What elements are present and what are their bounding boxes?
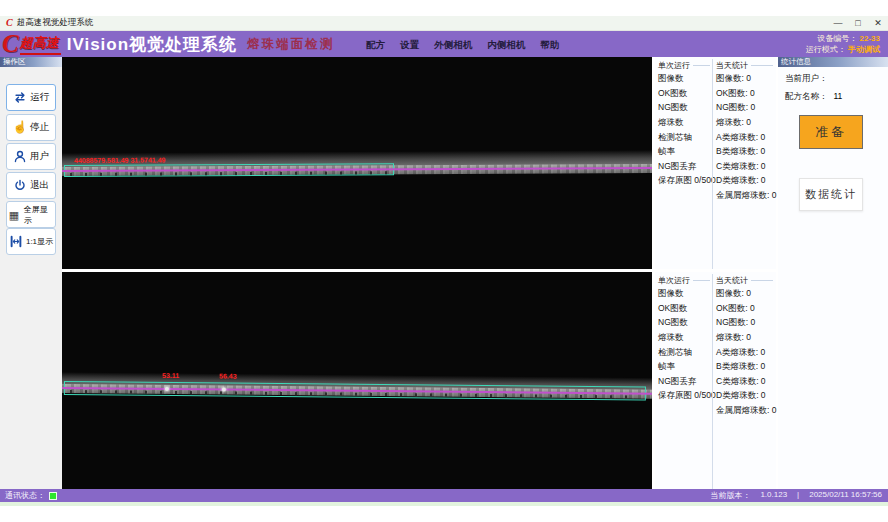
single-run-header: 单次运行: [658, 60, 690, 71]
stat-value: OK图数: 0: [716, 302, 775, 317]
user-icon: [13, 149, 27, 164]
page-title: IVision视觉处理系统: [67, 33, 237, 56]
comm-status-indicator: [49, 492, 57, 500]
fullscreen-button-label: 全屏显示: [24, 204, 55, 226]
stat-label: 图像数: [658, 287, 712, 302]
current-user-label: 当前用户：: [785, 73, 828, 83]
brand-logo-text: 超高速: [20, 34, 61, 55]
menu-item-outer-camera[interactable]: 外侧相机: [434, 39, 472, 52]
stop-button-label: 停止: [30, 121, 49, 134]
stat-value: D类熔珠数: 0: [716, 174, 775, 189]
stat-label: 帧率: [658, 145, 712, 160]
data-statistics-button[interactable]: 数据统计: [799, 178, 863, 211]
stat-value: B类熔珠数: 0: [716, 145, 775, 160]
stat-label: OK图数: [658, 302, 712, 317]
stat-label: 检测芯轴: [658, 345, 712, 360]
minimize-icon[interactable]: —: [828, 18, 848, 28]
maximize-icon[interactable]: □: [848, 18, 868, 28]
menu-item-help[interactable]: 帮助: [540, 39, 559, 52]
stat-label: 帧率: [658, 360, 712, 375]
stat-label: 检测芯轴: [658, 130, 712, 145]
stop-hand-icon: ☝: [13, 120, 27, 135]
run-mode-label: 运行模式：: [806, 45, 846, 54]
stat-label: NG图丢弃: [658, 160, 712, 175]
stat-label: NG图数: [658, 101, 712, 116]
stat-value: 图像数: 0: [716, 287, 775, 302]
stat-value: 金属屑熔珠数: 0: [716, 404, 775, 419]
stat-label: OK图数: [658, 87, 712, 102]
stat-value: 图像数: 0: [716, 72, 775, 87]
stat-value: 熔珠数: 0: [716, 116, 775, 131]
info-panel-title: 统计信息: [778, 57, 888, 67]
stat-label: 图像数: [658, 72, 712, 87]
device-id-value: 22-33: [860, 34, 880, 43]
datetime-value: 2025/02/11 16:57:56: [809, 490, 882, 501]
prepare-button[interactable]: 准备: [799, 115, 863, 149]
one-to-one-icon: [9, 234, 23, 249]
run-button-label: 运行: [30, 91, 49, 104]
one-to-one-button-label: 1:1显示: [26, 236, 53, 247]
version-label: 当前版本：: [710, 490, 750, 501]
stat-label: 保存原图 0/500: [658, 389, 712, 404]
stat-value: A类熔珠数: 0: [716, 130, 775, 145]
device-id-label: 设备编号：: [817, 34, 857, 43]
stat-value: 金属屑熔珠数: 0: [716, 189, 775, 204]
stat-value: B类熔珠数: 0: [716, 360, 775, 375]
stats-panel-outer: 单次运行 图像数 OK图数 NG图数 熔珠数 检测芯轴 帧率 NG图丢弃 保存原…: [655, 57, 776, 269]
brand-logo-icon: C: [2, 34, 19, 54]
recipe-name-label: 配方名称：: [785, 91, 828, 101]
single-run-header: 单次运行: [658, 275, 690, 286]
run-cycle-icon: [13, 90, 27, 105]
daily-stats-header: 当天统计: [716, 275, 748, 286]
stat-value: NG图数: 0: [716, 101, 775, 116]
app-window: C 超高速视觉处理系统 — □ ✕ C 超高速 IVision视觉处理系统 熔珠…: [0, 0, 888, 522]
stat-value: OK图数: 0: [716, 87, 775, 102]
window-title: 超高速视觉处理系统: [17, 17, 94, 29]
main-menu: 配方 设置 外侧相机 内侧相机 帮助: [366, 39, 559, 57]
status-bar: 通讯状态： 当前版本： 1.0.123 | 2025/02/11 16:57:5…: [0, 489, 888, 502]
desktop-strip: [0, 502, 888, 506]
stat-value: C类熔珠数: 0: [716, 375, 775, 390]
device-info: 设备编号： 22-33 运行模式： 手动调试: [806, 33, 880, 55]
stat-label: 熔珠数: [658, 116, 712, 131]
stat-label: 熔珠数: [658, 331, 712, 346]
app-header: C 超高速 IVision视觉处理系统 熔珠端面检测 配方 设置 外侧相机 内侧…: [0, 31, 888, 57]
stat-value: A类熔珠数: 0: [716, 345, 775, 360]
exit-button[interactable]: 退出: [6, 172, 56, 199]
close-icon[interactable]: ✕: [868, 18, 888, 28]
sidebar-title: 操作区: [0, 57, 62, 67]
comm-status-label: 通讯状态：: [5, 490, 45, 501]
menu-item-recipe[interactable]: 配方: [366, 39, 385, 52]
status-separator: |: [797, 490, 799, 501]
camera-view-outer: 44088579.581.49 31.5741.49: [62, 57, 652, 269]
menu-item-settings[interactable]: 设置: [400, 39, 419, 52]
page-subtitle: 熔珠端面检测: [247, 36, 334, 53]
exit-button-label: 退出: [30, 179, 49, 192]
user-button-label: 用户: [30, 150, 49, 163]
camera-view-inner: 53.11 56.43: [62, 272, 652, 489]
run-button[interactable]: 运行: [6, 84, 56, 111]
operation-sidebar: 操作区 运行 ☝ 停止 用户: [0, 57, 62, 489]
statistics-info-panel: 统计信息 当前用户： 配方名称：11 准备 数据统计: [778, 57, 888, 489]
camera1-annotation: 44088579.581.49 31.5741.49: [74, 156, 166, 163]
stat-value: 熔珠数: 0: [716, 331, 775, 346]
recipe-name-value: 11: [834, 91, 843, 101]
fullscreen-grid-icon: ▦: [7, 207, 21, 222]
camera2-annotation-2: 56.43: [219, 373, 237, 380]
app-logo-icon: C: [6, 18, 13, 28]
stat-label: 保存原图 0/500: [658, 174, 712, 189]
power-icon: [13, 178, 27, 193]
stat-value: C类熔珠数: 0: [716, 160, 775, 175]
fullscreen-button[interactable]: ▦ 全屏显示: [6, 201, 56, 228]
window-titlebar: C 超高速视觉处理系统 — □ ✕: [0, 16, 888, 31]
user-button[interactable]: 用户: [6, 143, 56, 170]
menu-item-inner-camera[interactable]: 内侧相机: [487, 39, 525, 52]
daily-stats-header: 当天统计: [716, 60, 748, 71]
stat-label: NG图丢弃: [658, 375, 712, 390]
version-value: 1.0.123: [760, 490, 787, 501]
one-to-one-button[interactable]: 1:1显示: [6, 228, 56, 255]
stats-panel-inner: 单次运行 图像数 OK图数 NG图数 熔珠数 检测芯轴 帧率 NG图丢弃 保存原…: [655, 272, 776, 489]
stop-button[interactable]: ☝ 停止: [6, 114, 56, 141]
stat-value: NG图数: 0: [716, 316, 775, 331]
run-mode-value: 手动调试: [848, 45, 880, 54]
